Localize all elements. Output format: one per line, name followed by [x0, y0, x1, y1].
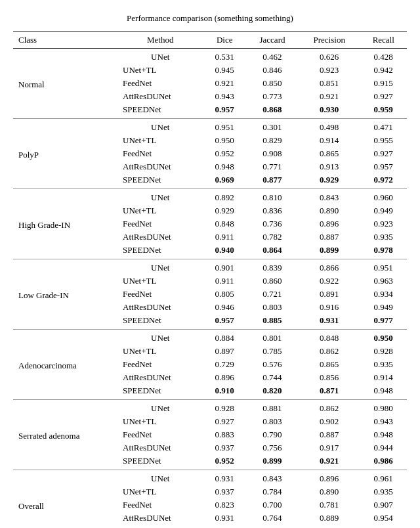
precision-cell: 0.917	[299, 441, 360, 454]
jaccard-cell: 0.744	[246, 371, 299, 384]
dice-cell: 0.910	[203, 384, 246, 400]
jaccard-cell: 0.790	[246, 428, 299, 441]
method-cell: UNet	[117, 330, 203, 345]
precision-cell: 0.865	[299, 358, 360, 371]
dice-cell: 0.931	[203, 470, 246, 486]
precision-cell: 0.871	[299, 384, 360, 400]
recall-cell: 0.927	[360, 90, 407, 103]
precision-cell: 0.887	[299, 231, 360, 244]
table-row: High Grade-INUNet0.8920.8100.8430.960	[13, 189, 407, 205]
dice-cell: 0.931	[203, 512, 246, 525]
table-row: AdenocarcinomaUNet0.8840.8010.8480.950	[13, 330, 407, 345]
recall-cell: 0.963	[360, 275, 407, 288]
dice-cell: 0.957	[203, 103, 246, 119]
method-cell: UNet	[117, 259, 203, 275]
jaccard-cell: 0.301	[246, 119, 299, 135]
precision-cell: 0.913	[299, 160, 360, 173]
dice-cell: 0.940	[203, 244, 246, 259]
precision-cell: 0.781	[299, 498, 360, 512]
method-cell: SPEEDNet	[117, 384, 203, 400]
recall-cell: 0.942	[360, 64, 407, 77]
jaccard-cell: 0.829	[246, 134, 299, 147]
recall-cell: 0.972	[360, 173, 407, 189]
col-recall: Recall	[360, 32, 407, 49]
precision-cell: 0.929	[299, 173, 360, 189]
class-cell: Normal	[13, 49, 117, 119]
jaccard-cell: 0.865	[246, 525, 299, 528]
dice-cell: 0.911	[203, 275, 246, 288]
dice-cell: 0.729	[203, 358, 246, 371]
method-cell: UNet+TL	[117, 134, 203, 147]
col-dice: Dice	[203, 32, 246, 49]
precision-cell: 0.862	[299, 400, 360, 416]
precision-cell: 0.896	[299, 217, 360, 231]
recall-cell: 0.927	[360, 147, 407, 160]
recall-cell: 0.948	[360, 428, 407, 441]
method-cell: SPEEDNet	[117, 314, 203, 330]
recall-cell: 0.935	[360, 358, 407, 371]
jaccard-cell: 0.773	[246, 90, 299, 103]
jaccard-cell: 0.881	[246, 400, 299, 416]
precision-cell: 0.890	[299, 204, 360, 217]
recall-cell: 0.935	[360, 231, 407, 244]
jaccard-cell: 0.836	[246, 204, 299, 217]
jaccard-cell: 0.864	[246, 244, 299, 259]
jaccard-cell: 0.782	[246, 231, 299, 244]
recall-cell: 0.943	[360, 415, 407, 428]
dice-cell: 0.911	[203, 231, 246, 244]
recall-cell: 0.951	[360, 259, 407, 275]
dice-cell: 0.952	[203, 147, 246, 160]
precision-cell: 0.851	[299, 77, 360, 90]
jaccard-cell: 0.801	[246, 330, 299, 345]
method-cell: FeedNet	[117, 77, 203, 90]
precision-cell: 0.889	[299, 512, 360, 525]
precision-cell: 0.890	[299, 485, 360, 498]
jaccard-cell: 0.868	[246, 103, 299, 119]
table-row: Low Grade-INUNet0.9010.8390.8660.951	[13, 259, 407, 275]
precision-cell: 0.498	[299, 119, 360, 135]
recall-cell: 0.471	[360, 119, 407, 135]
jaccard-cell: 0.736	[246, 217, 299, 231]
precision-cell: 0.891	[299, 288, 360, 301]
method-cell: AttResDUNet	[117, 160, 203, 173]
precision-cell: 0.921	[299, 454, 360, 470]
dice-cell: 0.848	[203, 217, 246, 231]
dice-cell: 0.805	[203, 288, 246, 301]
method-cell: UNet+TL	[117, 485, 203, 498]
jaccard-cell: 0.899	[246, 454, 299, 470]
recall-cell: 0.971	[360, 525, 407, 528]
method-cell: SPEEDNet	[117, 525, 203, 528]
method-cell: AttResDUNet	[117, 90, 203, 103]
method-cell: UNet	[117, 470, 203, 486]
jaccard-cell: 0.846	[246, 64, 299, 77]
jaccard-cell: 0.885	[246, 314, 299, 330]
dice-cell: 0.937	[203, 485, 246, 498]
recall-cell: 0.955	[360, 134, 407, 147]
dice-cell: 0.896	[203, 371, 246, 384]
precision-cell: 0.896	[299, 470, 360, 486]
recall-cell: 0.915	[360, 77, 407, 90]
table-row: Serrated adenomaUNet0.9280.8810.8620.980	[13, 400, 407, 416]
recall-cell: 0.944	[360, 441, 407, 454]
precision-cell: 0.922	[299, 275, 360, 288]
col-class: Class	[13, 32, 117, 49]
jaccard-cell: 0.877	[246, 173, 299, 189]
precision-cell: 0.930	[299, 103, 360, 119]
recall-cell: 0.954	[360, 512, 407, 525]
dice-cell: 0.937	[203, 441, 246, 454]
precision-cell: 0.908	[299, 525, 360, 528]
precision-cell: 0.931	[299, 314, 360, 330]
method-cell: AttResDUNet	[117, 231, 203, 244]
dice-cell: 0.969	[203, 173, 246, 189]
jaccard-cell: 0.700	[246, 498, 299, 512]
dice-cell: 0.945	[203, 64, 246, 77]
method-cell: FeedNet	[117, 358, 203, 371]
jaccard-cell: 0.803	[246, 415, 299, 428]
jaccard-cell: 0.843	[246, 470, 299, 486]
recall-cell: 0.949	[360, 301, 407, 314]
recall-cell: 0.960	[360, 189, 407, 205]
recall-cell: 0.928	[360, 345, 407, 358]
dice-cell: 0.929	[203, 204, 246, 217]
recall-cell: 0.935	[360, 485, 407, 498]
method-cell: FeedNet	[117, 147, 203, 160]
